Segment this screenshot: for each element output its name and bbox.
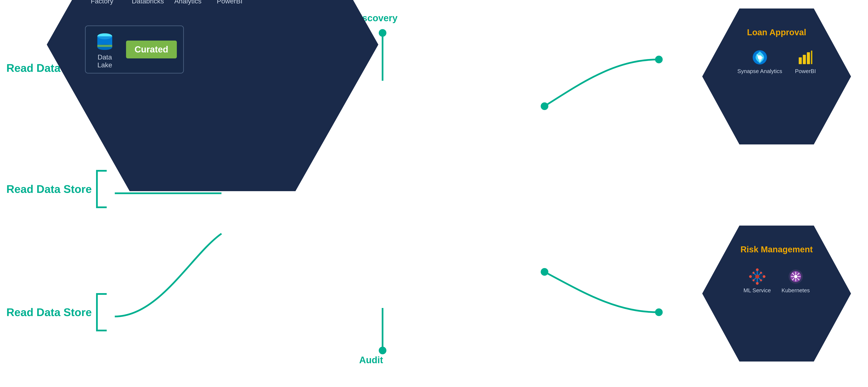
svg-point-47 <box>755 275 759 279</box>
center-hexagon: Credit Monitoring Data Factory <box>47 0 378 191</box>
svg-point-45 <box>760 272 762 274</box>
svg-point-41 <box>749 275 752 278</box>
rds-bot-label: Read Data Store <box>6 306 92 319</box>
svg-point-7 <box>655 309 663 316</box>
svg-rect-37 <box>811 51 812 64</box>
data-factory-icon-item: Data Factory <box>89 0 115 5</box>
svg-point-44 <box>760 279 762 282</box>
svg-point-5 <box>379 347 386 354</box>
svg-point-42 <box>763 275 765 278</box>
svg-point-58 <box>794 275 798 278</box>
svg-rect-35 <box>803 55 806 64</box>
kubernetes-item: Kubernetes <box>781 268 810 294</box>
loan-icons-row: Synapse Analytics PowerBI <box>702 49 851 74</box>
rds-mid-bracket <box>96 170 107 208</box>
ml-service-item: ML Service <box>743 268 771 294</box>
rds-bot-bracket <box>96 293 107 331</box>
main-canvas: Discovery Audit Read Data Store Read Dat… <box>0 0 868 387</box>
synapse-loan-item: Synapse Analytics <box>737 49 782 74</box>
ml-service-icon <box>749 268 766 285</box>
svg-point-39 <box>756 268 758 271</box>
powerbi-loan-item: PowerBI <box>795 49 816 74</box>
kubernetes-label: Kubernetes <box>781 287 810 294</box>
synapse-center-label: Synapse Analytics <box>174 0 200 5</box>
risk-icons-row: ML Service <box>702 268 851 294</box>
svg-rect-34 <box>799 57 802 64</box>
rds-mid-label: Read Data Store <box>6 183 92 195</box>
powerbi-loan-label: PowerBI <box>795 68 816 74</box>
synapse-loan-label: Synapse Analytics <box>737 68 782 74</box>
rds-bot: Read Data Store <box>6 293 107 331</box>
svg-point-0 <box>541 102 548 110</box>
svg-rect-36 <box>807 52 810 64</box>
loan-hex-title: Loan Approval <box>702 28 851 37</box>
icons-row-1: Data Factory Databricks <box>89 0 242 5</box>
svg-rect-31 <box>97 45 112 47</box>
powerbi-icon-item: PowerBI <box>217 0 242 5</box>
curated-badge: Curated <box>126 40 177 58</box>
svg-point-1 <box>541 268 548 276</box>
loan-hexagon: Loan Approval Synapse Analytics <box>702 8 851 144</box>
databricks-icon-item: Databricks <box>132 0 157 5</box>
risk-hexagon: Risk Management ML Service <box>702 226 851 361</box>
databricks-label: Databricks <box>132 0 157 5</box>
powerbi-center-label: PowerBI <box>217 0 242 5</box>
svg-point-3 <box>379 29 386 37</box>
data-factory-label: Data Factory <box>89 0 115 5</box>
risk-hex-title: Risk Management <box>702 245 851 254</box>
svg-point-6 <box>655 56 663 63</box>
svg-point-40 <box>756 282 758 285</box>
kubernetes-icon <box>787 268 804 285</box>
powerbi-loan-icon <box>797 49 814 66</box>
svg-point-33 <box>758 55 762 59</box>
data-lake-label: Data Lake <box>92 53 118 69</box>
rds-mid: Read Data Store <box>6 170 107 208</box>
data-lake-icon-item: Data Lake <box>92 30 118 69</box>
ml-service-label: ML Service <box>743 287 771 294</box>
audit-label: Audit <box>359 355 383 365</box>
data-lake-icon <box>95 30 114 51</box>
synapse-loan-icon <box>751 49 768 66</box>
synapse-icon-item: Synapse Analytics <box>174 0 200 5</box>
svg-point-46 <box>752 279 754 282</box>
svg-point-43 <box>752 272 754 274</box>
lake-curated-container: Data Lake Curated <box>85 26 184 73</box>
